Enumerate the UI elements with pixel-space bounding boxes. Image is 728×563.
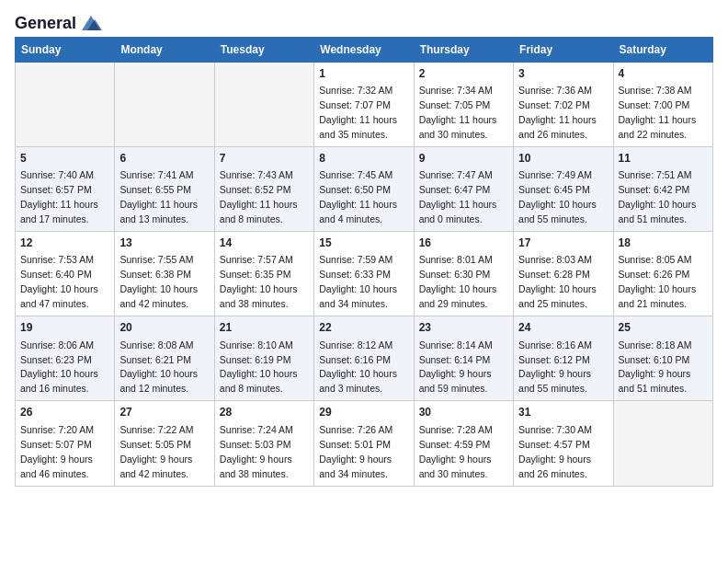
calendar-header-row: SundayMondayTuesdayWednesdayThursdayFrid… bbox=[16, 37, 713, 62]
calendar-cell: 23Sunrise: 8:14 AM Sunset: 6:14 PM Dayli… bbox=[414, 316, 513, 401]
day-info: Sunrise: 8:08 AM Sunset: 6:21 PM Dayligh… bbox=[119, 339, 198, 395]
day-number: 15 bbox=[319, 236, 408, 251]
day-info: Sunrise: 7:53 AM Sunset: 6:40 PM Dayligh… bbox=[20, 254, 98, 309]
day-info: Sunrise: 7:49 AM Sunset: 6:45 PM Dayligh… bbox=[518, 169, 597, 224]
calendar-cell bbox=[214, 62, 313, 146]
day-info: Sunrise: 7:59 AM Sunset: 6:33 PM Dayligh… bbox=[319, 254, 397, 309]
day-info: Sunrise: 7:34 AM Sunset: 7:05 PM Dayligh… bbox=[419, 85, 497, 140]
calendar-week-row: 5Sunrise: 7:40 AM Sunset: 6:57 PM Daylig… bbox=[16, 146, 713, 231]
calendar-cell: 13Sunrise: 7:55 AM Sunset: 6:38 PM Dayli… bbox=[115, 232, 214, 316]
calendar-cell: 20Sunrise: 8:08 AM Sunset: 6:21 PM Dayli… bbox=[115, 316, 214, 401]
calendar-cell: 2Sunrise: 7:34 AM Sunset: 7:05 PM Daylig… bbox=[414, 62, 513, 146]
calendar-cell: 26Sunrise: 7:20 AM Sunset: 5:07 PM Dayli… bbox=[16, 401, 115, 486]
day-info: Sunrise: 7:22 AM Sunset: 5:05 PM Dayligh… bbox=[119, 424, 193, 479]
day-info: Sunrise: 7:41 AM Sunset: 6:55 PM Dayligh… bbox=[119, 169, 198, 224]
day-number: 30 bbox=[419, 405, 508, 420]
day-number: 10 bbox=[518, 151, 608, 167]
day-number: 22 bbox=[319, 320, 408, 336]
header-saturday: Saturday bbox=[613, 37, 712, 62]
logo-icon bbox=[78, 14, 104, 32]
header-monday: Monday bbox=[115, 37, 214, 62]
day-number: 19 bbox=[20, 320, 109, 336]
day-info: Sunrise: 7:20 AM Sunset: 5:07 PM Dayligh… bbox=[20, 424, 94, 479]
calendar-cell: 14Sunrise: 7:57 AM Sunset: 6:35 PM Dayli… bbox=[214, 232, 313, 316]
day-number: 12 bbox=[20, 236, 109, 251]
day-number: 13 bbox=[119, 236, 209, 251]
day-info: Sunrise: 7:32 AM Sunset: 7:07 PM Dayligh… bbox=[319, 85, 397, 140]
day-number: 24 bbox=[518, 320, 608, 336]
calendar-cell: 25Sunrise: 8:18 AM Sunset: 6:10 PM Dayli… bbox=[613, 316, 712, 401]
calendar-cell: 22Sunrise: 8:12 AM Sunset: 6:16 PM Dayli… bbox=[314, 316, 414, 401]
day-info: Sunrise: 8:06 AM Sunset: 6:23 PM Dayligh… bbox=[20, 339, 98, 395]
day-number: 18 bbox=[619, 236, 708, 251]
calendar-cell: 5Sunrise: 7:40 AM Sunset: 6:57 PM Daylig… bbox=[16, 146, 115, 231]
day-number: 25 bbox=[619, 320, 708, 336]
calendar-cell: 31Sunrise: 7:30 AM Sunset: 4:57 PM Dayli… bbox=[514, 401, 613, 486]
day-info: Sunrise: 7:30 AM Sunset: 4:57 PM Dayligh… bbox=[518, 424, 592, 479]
day-number: 20 bbox=[119, 320, 209, 336]
day-info: Sunrise: 8:03 AM Sunset: 6:28 PM Dayligh… bbox=[518, 254, 597, 309]
day-number: 2 bbox=[419, 66, 508, 82]
calendar-cell: 15Sunrise: 7:59 AM Sunset: 6:33 PM Dayli… bbox=[314, 232, 414, 316]
day-number: 16 bbox=[419, 236, 508, 251]
day-number: 28 bbox=[220, 405, 309, 420]
calendar-cell: 10Sunrise: 7:49 AM Sunset: 6:45 PM Dayli… bbox=[514, 146, 613, 231]
day-number: 6 bbox=[119, 151, 209, 167]
calendar-cell: 8Sunrise: 7:45 AM Sunset: 6:50 PM Daylig… bbox=[314, 146, 414, 231]
calendar-cell: 11Sunrise: 7:51 AM Sunset: 6:42 PM Dayli… bbox=[613, 146, 712, 231]
day-info: Sunrise: 7:43 AM Sunset: 6:52 PM Dayligh… bbox=[220, 169, 298, 224]
calendar-cell: 16Sunrise: 8:01 AM Sunset: 6:30 PM Dayli… bbox=[414, 232, 513, 316]
day-number: 9 bbox=[419, 151, 508, 167]
header-wednesday: Wednesday bbox=[314, 37, 414, 62]
day-info: Sunrise: 7:24 AM Sunset: 5:03 PM Dayligh… bbox=[220, 424, 293, 479]
day-number: 31 bbox=[518, 405, 608, 420]
day-number: 26 bbox=[20, 405, 109, 420]
day-number: 3 bbox=[518, 66, 608, 82]
day-info: Sunrise: 8:12 AM Sunset: 6:16 PM Dayligh… bbox=[319, 339, 397, 395]
day-info: Sunrise: 8:14 AM Sunset: 6:14 PM Dayligh… bbox=[419, 339, 493, 395]
header-tuesday: Tuesday bbox=[214, 37, 313, 62]
day-number: 21 bbox=[220, 320, 309, 336]
calendar-cell: 7Sunrise: 7:43 AM Sunset: 6:52 PM Daylig… bbox=[214, 146, 313, 231]
day-info: Sunrise: 8:10 AM Sunset: 6:19 PM Dayligh… bbox=[220, 339, 298, 395]
calendar-week-row: 12Sunrise: 7:53 AM Sunset: 6:40 PM Dayli… bbox=[16, 232, 713, 316]
day-info: Sunrise: 8:01 AM Sunset: 6:30 PM Dayligh… bbox=[419, 254, 497, 309]
calendar-cell: 3Sunrise: 7:36 AM Sunset: 7:02 PM Daylig… bbox=[514, 62, 613, 146]
header: General bbox=[15, 15, 713, 29]
calendar-cell: 12Sunrise: 7:53 AM Sunset: 6:40 PM Dayli… bbox=[16, 232, 115, 316]
day-number: 11 bbox=[619, 151, 708, 167]
day-info: Sunrise: 7:55 AM Sunset: 6:38 PM Dayligh… bbox=[119, 254, 198, 309]
header-thursday: Thursday bbox=[414, 37, 513, 62]
header-friday: Friday bbox=[514, 37, 613, 62]
day-number: 4 bbox=[619, 66, 708, 82]
day-info: Sunrise: 7:28 AM Sunset: 4:59 PM Dayligh… bbox=[419, 424, 493, 479]
day-number: 14 bbox=[220, 236, 309, 251]
day-info: Sunrise: 7:47 AM Sunset: 6:47 PM Dayligh… bbox=[419, 169, 497, 224]
day-number: 23 bbox=[419, 320, 508, 336]
day-number: 8 bbox=[319, 151, 408, 167]
day-info: Sunrise: 8:05 AM Sunset: 6:26 PM Dayligh… bbox=[619, 254, 697, 309]
calendar-cell bbox=[115, 62, 214, 146]
calendar-cell: 19Sunrise: 8:06 AM Sunset: 6:23 PM Dayli… bbox=[16, 316, 115, 401]
day-info: Sunrise: 7:36 AM Sunset: 7:02 PM Dayligh… bbox=[518, 85, 597, 140]
calendar-cell: 1Sunrise: 7:32 AM Sunset: 7:07 PM Daylig… bbox=[314, 62, 414, 146]
calendar-cell: 29Sunrise: 7:26 AM Sunset: 5:01 PM Dayli… bbox=[314, 401, 414, 486]
day-info: Sunrise: 7:51 AM Sunset: 6:42 PM Dayligh… bbox=[619, 169, 697, 224]
day-info: Sunrise: 7:26 AM Sunset: 5:01 PM Dayligh… bbox=[319, 424, 392, 479]
day-number: 27 bbox=[119, 405, 209, 420]
calendar-cell: 17Sunrise: 8:03 AM Sunset: 6:28 PM Dayli… bbox=[514, 232, 613, 316]
calendar-cell: 21Sunrise: 8:10 AM Sunset: 6:19 PM Dayli… bbox=[214, 316, 313, 401]
day-info: Sunrise: 7:38 AM Sunset: 7:00 PM Dayligh… bbox=[619, 85, 697, 140]
calendar-cell: 28Sunrise: 7:24 AM Sunset: 5:03 PM Dayli… bbox=[214, 401, 313, 486]
calendar: SundayMondayTuesdayWednesdayThursdayFrid… bbox=[15, 37, 713, 487]
calendar-week-row: 19Sunrise: 8:06 AM Sunset: 6:23 PM Dayli… bbox=[16, 316, 713, 401]
header-sunday: Sunday bbox=[16, 37, 115, 62]
calendar-week-row: 1Sunrise: 7:32 AM Sunset: 7:07 PM Daylig… bbox=[16, 62, 713, 146]
day-number: 5 bbox=[20, 151, 109, 167]
calendar-cell: 18Sunrise: 8:05 AM Sunset: 6:26 PM Dayli… bbox=[613, 232, 712, 316]
day-info: Sunrise: 7:57 AM Sunset: 6:35 PM Dayligh… bbox=[220, 254, 298, 309]
calendar-week-row: 26Sunrise: 7:20 AM Sunset: 5:07 PM Dayli… bbox=[16, 401, 713, 486]
day-info: Sunrise: 7:40 AM Sunset: 6:57 PM Dayligh… bbox=[20, 169, 98, 224]
day-number: 17 bbox=[518, 236, 608, 251]
calendar-cell: 24Sunrise: 8:16 AM Sunset: 6:12 PM Dayli… bbox=[514, 316, 613, 401]
